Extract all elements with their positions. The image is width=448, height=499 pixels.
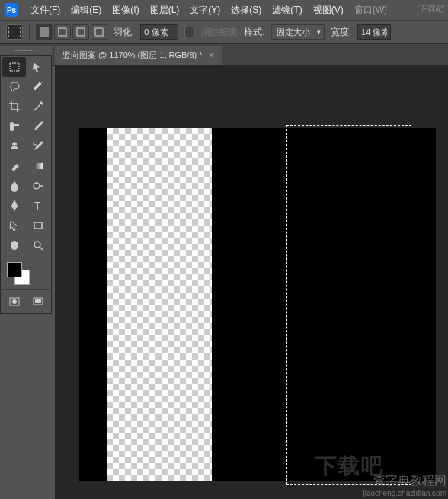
dodge-tool[interactable] [26, 176, 50, 196]
menu-select[interactable]: 选择(S) [226, 2, 266, 19]
style-label: 样式: [244, 26, 264, 39]
selection-add-button[interactable] [54, 24, 71, 40]
color-swatches [2, 259, 50, 288]
svg-point-4 [34, 183, 40, 189]
svg-rect-3 [34, 163, 43, 169]
selection-new-button[interactable] [36, 24, 53, 40]
lasso-tool[interactable] [2, 77, 26, 97]
quick-mask-tool[interactable] [2, 292, 26, 312]
menu-view[interactable]: 视图(V) [309, 2, 348, 19]
transparent-region [107, 128, 212, 481]
svg-text:T: T [34, 200, 41, 212]
svg-rect-11 [35, 299, 41, 303]
rectangular-marquee-tool[interactable] [2, 57, 26, 77]
spot-healing-tool[interactable] [2, 117, 26, 136]
eraser-tool[interactable] [2, 156, 26, 176]
screen-mode-tool[interactable] [26, 292, 50, 312]
selection-subtract-button[interactable] [72, 24, 89, 40]
move-tool[interactable] [26, 57, 50, 77]
menu-image[interactable]: 图像(I) [107, 2, 143, 19]
svg-rect-2 [14, 124, 19, 126]
menu-window[interactable]: 窗口(W) [350, 2, 392, 19]
canvas-area[interactable] [55, 66, 448, 499]
watermark-top: 下载吧 [418, 3, 443, 14]
magic-wand-tool[interactable] [26, 77, 50, 97]
menu-file[interactable]: 文件(F) [26, 2, 65, 19]
gradient-tool[interactable] [26, 156, 50, 176]
feather-input[interactable] [140, 24, 178, 40]
document-tab[interactable]: 竖向图案 @ 1170% (图层 1, RGB/8) * × [55, 46, 222, 65]
document-canvas[interactable] [79, 128, 436, 481]
path-selection-tool[interactable] [2, 216, 26, 235]
menu-filter[interactable]: 滤镜(T) [267, 2, 306, 19]
clone-stamp-tool[interactable] [2, 136, 26, 156]
tab-bar: 竖向图案 @ 1170% (图层 1, RGB/8) * × [0, 44, 448, 66]
menu-type[interactable]: 文字(Y) [185, 2, 225, 19]
tools-panel: T [0, 55, 52, 314]
style-dropdown[interactable]: 固定大小 [271, 24, 325, 40]
tools-panel-handle[interactable] [0, 46, 52, 55]
foreground-color[interactable] [7, 262, 22, 277]
marquee-selection[interactable] [286, 125, 411, 485]
svg-point-7 [34, 242, 40, 248]
selection-intersect-button[interactable] [91, 24, 107, 40]
feather-label: 羽化: [114, 26, 134, 39]
options-bar: 羽化: 消除锯齿 样式: 固定大小 宽度: [0, 20, 448, 44]
blur-tool[interactable] [2, 176, 26, 196]
crop-tool[interactable] [2, 97, 26, 117]
svg-rect-6 [34, 222, 42, 229]
svg-rect-1 [10, 122, 14, 131]
svg-point-9 [12, 299, 17, 304]
type-tool[interactable]: T [26, 196, 50, 216]
app-logo-icon: Ps [5, 3, 18, 17]
document-tab-title: 竖向图案 @ 1170% (图层 1, RGB/8) * [62, 50, 203, 61]
history-brush-tool[interactable] [26, 136, 50, 156]
pen-tool[interactable] [2, 196, 26, 216]
brush-tool[interactable] [26, 117, 50, 136]
selection-mode-group [36, 24, 107, 40]
eyedropper-tool[interactable] [26, 97, 50, 117]
close-icon[interactable]: × [209, 50, 214, 61]
menu-layer[interactable]: 图层(L) [146, 2, 184, 19]
current-tool-icon[interactable] [6, 24, 23, 40]
menubar: Ps 文件(F) 编辑(E) 图像(I) 图层(L) 文字(Y) 选择(S) 滤… [0, 0, 448, 20]
hand-tool[interactable] [2, 235, 26, 255]
antialias-checkbox[interactable] [184, 27, 195, 37]
svg-rect-0 [10, 63, 19, 71]
width-input[interactable] [357, 24, 391, 40]
tools-panel-wrap: T [0, 46, 52, 314]
zoom-tool[interactable] [26, 235, 50, 255]
antialias-label: 消除锯齿 [201, 26, 238, 39]
width-label: 宽度: [331, 26, 351, 39]
menu-edit[interactable]: 编辑(E) [66, 2, 106, 19]
rectangle-tool[interactable] [26, 216, 50, 235]
